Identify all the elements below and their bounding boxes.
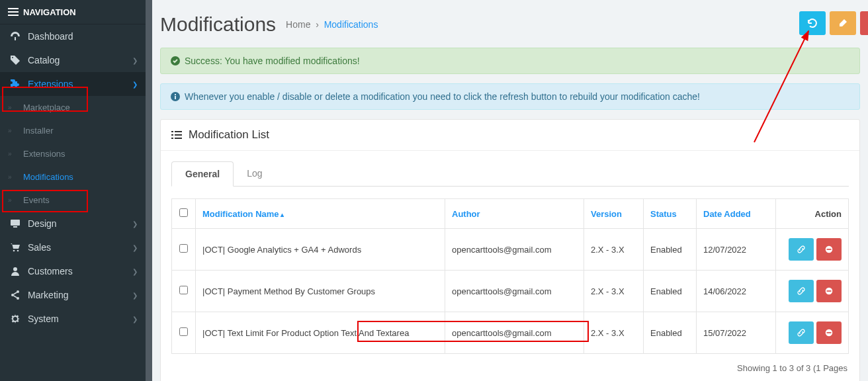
disable-button[interactable] [816,321,842,344]
sidebar-item-marketing[interactable]: Marketing ❯ [0,283,146,307]
sidebar: NAVIGATION Dashboard Catalog ❯ Extension… [0,0,146,381]
cell-author: opencarttools@gmail.com [445,312,584,354]
info-icon [170,91,181,102]
modifications-table: Modification Name Author Version Status … [171,198,849,354]
sidebar-item-dashboard[interactable]: Dashboard [0,24,146,48]
sidebar-sub-marketplace[interactable]: »Marketplace [0,96,146,119]
arrow-icon: » [8,196,16,204]
user-icon [10,266,21,276]
alert-success: Success: You have modified modifications… [160,48,860,74]
svg-rect-26 [827,332,832,333]
cell-author: opencarttools@gmail.com [445,229,584,271]
breadcrumb-home[interactable]: Home [286,19,310,30]
sidebar-item-sales[interactable]: Sales ❯ [0,235,146,259]
col-action: Action [776,199,849,229]
cell-name: |OCT| Text Limit For Product Option Text… [196,312,445,354]
page-title: Modifications [160,13,276,36]
pager: Showing 1 to 3 of 3 (1 Pages [171,354,849,373]
row-select [172,271,196,312]
chevron-right-icon: ❯ [132,316,138,323]
col-version[interactable]: Version [584,199,644,229]
sidebar-item-label: Marketing [28,290,68,300]
arrow-icon: » [8,173,16,181]
breadcrumb-current[interactable]: Modifications [324,19,378,30]
svg-point-7 [13,267,17,271]
sidebar-item-system[interactable]: System ❯ [0,307,146,331]
row-checkbox[interactable] [179,286,188,294]
row-checkbox[interactable] [179,327,188,336]
cell-date: 14/06/2022 [697,271,776,312]
svg-rect-16 [175,131,182,132]
tab-general[interactable]: General [171,161,234,187]
table-row: |OCT| Google Analytics + GA4 + Adwordsop… [172,229,849,271]
sidebar-item-extensions[interactable]: Extensions ❯ [0,72,146,96]
col-name[interactable]: Modification Name [196,199,445,229]
sidebar-stripe [146,0,152,381]
cell-action [776,271,849,312]
monitor-icon [10,218,21,229]
svg-rect-18 [175,134,182,136]
col-status[interactable]: Status [644,199,697,229]
sidebar-item-label: Design [28,218,57,229]
svg-rect-3 [11,220,20,226]
sidebar-item-customers[interactable]: Customers ❯ [0,259,146,283]
sidebar-item-label: Sales [28,242,51,253]
disable-button[interactable] [816,280,842,302]
arrow-icon: » [8,150,16,157]
tab-log[interactable]: Log [234,161,275,186]
sidebar-item-design[interactable]: Design ❯ [0,212,146,235]
breadcrumb: Home › Modifications [286,19,378,30]
sidebar-item-catalog[interactable]: Catalog ❯ [0,48,146,72]
action-buttons [799,11,868,35]
tag-icon [10,55,21,65]
sidebar-sub-label: Installer [23,126,54,136]
sidebar-sub-label: Modifications [23,172,73,182]
col-date[interactable]: Date Added [697,199,776,229]
puzzle-icon [10,79,21,89]
panel-heading-text: Modification List [189,128,269,142]
sidebar-item-label: Dashboard [28,31,73,42]
svg-rect-20 [175,138,182,139]
cell-version: 2.X - 3.X [584,229,644,271]
link-button[interactable] [789,238,814,261]
disable-button[interactable] [816,238,842,261]
alert-info: Whenever you enable / disable or delete … [160,83,860,110]
col-select [172,199,196,229]
svg-rect-1 [8,11,19,13]
link-button[interactable] [789,280,814,302]
row-select [172,229,196,271]
svg-rect-15 [171,131,173,132]
cell-name: |OCT| Payment Method By Customer Groups [196,271,445,312]
sidebar-sub-label: Events [23,195,50,205]
col-author[interactable]: Author [445,199,584,229]
refresh-button[interactable] [799,11,826,35]
refresh-icon [807,18,818,28]
dashboard-icon [10,31,21,42]
chevron-right-icon: ❯ [132,268,138,275]
svg-rect-14 [175,94,176,95]
cell-name: |OCT| Google Analytics + GA4 + Adwords [196,229,445,271]
svg-rect-17 [171,134,173,136]
alert-text: Whenever you enable / disable or delete … [185,91,700,102]
sidebar-sub-extensions[interactable]: »Extensions [0,142,146,165]
breadcrumb-sep: › [316,19,319,30]
list-icon [171,130,182,140]
sidebar-sub-events[interactable]: »Events [0,189,146,212]
sidebar-sub-modifications[interactable]: »Modifications [0,165,146,189]
link-button[interactable] [789,321,814,344]
sidebar-item-label: System [28,314,59,324]
chevron-right-icon: ❯ [132,57,138,64]
delete-button[interactable] [860,11,868,35]
svg-point-5 [13,250,15,252]
chevron-right-icon: ❯ [132,81,138,88]
cell-action [776,229,849,271]
select-all-checkbox[interactable] [179,208,188,217]
col-name-label: Modification Name [202,209,284,219]
clear-button[interactable] [830,11,856,35]
svg-rect-22 [827,249,832,250]
svg-rect-24 [827,290,832,292]
sidebar-sub-installer[interactable]: »Installer [0,119,146,142]
nav-header: NAVIGATION [0,0,146,24]
row-checkbox[interactable] [179,244,188,253]
table-row: |OCT| Text Limit For Product Option Text… [172,312,849,354]
